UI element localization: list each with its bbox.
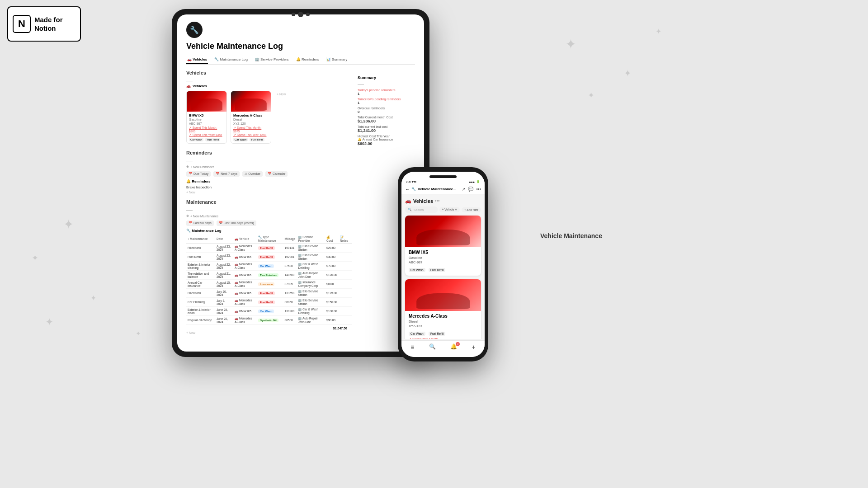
phone-bmw-tag-carwash: Car Wash [409, 268, 425, 272]
camera-dot-1 [292, 13, 295, 16]
row-vehicle: 🚗 BMW iX5 [233, 307, 257, 316]
phone-nav-bar: ← 🔧 Vehicle Maintenance... ↗ 💬 ••• [401, 184, 485, 194]
vehicle-card-mercedes[interactable]: Mercedes A-Class Diesel XYZ-120 ↗ Spend … [231, 91, 271, 144]
phone-add-filter[interactable]: + Add filter [462, 207, 481, 212]
new-reminder-button[interactable]: ⊕ + New Reminder [186, 165, 214, 169]
phone-nav-add[interactable]: + [472, 343, 476, 351]
row-mileage: 190131 [283, 244, 297, 253]
phone-search-input[interactable]: 🔍 Search [405, 206, 438, 213]
bmw-card-body: BMW iX5 Gasoline ABC-987 ↗ Spend This Mo… [187, 112, 226, 143]
mercedes-spend-year[interactable]: ↗ Spend This Year: $568 [233, 133, 269, 137]
new-vehicle-button[interactable]: + New [275, 91, 288, 144]
row-cost: $100.00 [325, 307, 339, 316]
row-notes [339, 262, 352, 271]
filter-overdue[interactable]: ⚠ Overdue [242, 171, 263, 177]
tab-maintenance-log[interactable]: 🔧 Maintenance Log [213, 56, 249, 64]
summary-divider: —— [358, 83, 410, 86]
phone-mercedes-tag-fuel: Fuel Refill [429, 332, 445, 336]
row-provider: 🏢 Elio Service Station [297, 253, 325, 262]
new-maintenance-button[interactable]: ⊕ + New Maintenance [186, 214, 218, 218]
row-provider: 🏢 Insurance Company Corp [297, 280, 325, 289]
phone-nav-menu[interactable]: ≡ [410, 343, 414, 351]
mercedes-card-body: Mercedes A-Class Diesel XYZ-120 ↗ Spend … [231, 112, 271, 143]
phone-bmw-name: BMW iX5 [409, 250, 477, 255]
row-provider: 🏢 Car & Wash Detailing [297, 262, 325, 271]
phone-vehicle-filter[interactable]: + Vehicle ∨ [439, 207, 460, 212]
tab-vehicles[interactable]: 🚗 Vehicles [186, 56, 208, 64]
phone-bmw-plate: ABC-987 [409, 260, 477, 264]
phone-nav-search[interactable]: 🔍 [429, 343, 436, 351]
row-provider: 🏢 Auto Repair John Doe [297, 271, 325, 280]
filter-calendar[interactable]: 📅 Calendar [265, 171, 288, 177]
page-title: Vehicle Maintenance Log [186, 42, 415, 51]
tab-summary[interactable]: 📊 Summary [326, 56, 348, 64]
vehicles-section-header: Vehicles [186, 70, 352, 75]
phone-share-icon[interactable]: ↗ [462, 187, 465, 192]
row-type: Car Wash [257, 307, 283, 316]
row-type: Synthetic Oil [257, 316, 283, 325]
bmw-spend-year[interactable]: ↗ Spend This Year: $356 [189, 133, 224, 137]
phone-vehicle-card-mercedes[interactable]: Mercedes A-Class Diesel XYZ-123 Car Wash… [405, 279, 481, 339]
phone-nav-title: Vehicle Maintenance... [418, 187, 456, 191]
col-vehicle: 🚗 Vehicle [233, 235, 257, 244]
tab-service-providers[interactable]: 🏢 Service Providers [254, 56, 290, 64]
row-name: Exterior & interior cleaning [186, 262, 215, 271]
phone-mercedes-tag-carwash: Car Wash [409, 332, 425, 336]
filter-180-days[interactable]: 📅 Last 180 days (cards) [217, 221, 256, 226]
phone-mercedes-link[interactable]: ↗ Spend This Month... [409, 338, 477, 339]
mercedes-image [231, 91, 271, 112]
phone-time: 7:37 PM [406, 180, 416, 183]
phone-vehicle-card-bmw[interactable]: BMW iX5 Gasoline ABC-987 Car Wash Fuel R… [405, 216, 481, 276]
tablet-screen: 🔧 Vehicle Maintenance Log 🚗 Vehicles 🔧 M… [177, 14, 424, 352]
phone-more-icon[interactable]: ••• [476, 187, 481, 192]
phone-screen: 7:37 PM ●●● 🔋 ← 🔧 Vehicle Maintenance...… [401, 172, 485, 357]
camera-lens [298, 12, 303, 17]
row-name: Car Cleaning [186, 298, 215, 307]
row-type: Car Wash [257, 262, 283, 271]
filter-next-7[interactable]: 📅 Next 7 days [213, 171, 240, 177]
row-name: Exterior & Interior clean [186, 307, 215, 316]
row-cost: $0.00 [325, 280, 339, 289]
vehicle-card-bmw[interactable]: BMW iX5 Gasoline ABC-987 ↗ Spend This Mo… [186, 91, 227, 144]
bmw-spend-month[interactable]: ↗ Spend This Month: $200 [189, 126, 224, 133]
phone-comment-icon[interactable]: 💬 [468, 187, 473, 192]
phone-back-icon[interactable]: ← [405, 187, 410, 192]
col-cost: 💰 Cost [325, 235, 339, 244]
phone-nav-notifications[interactable]: 🔔 [450, 343, 457, 351]
summary-overdue: Overdue reminders 0 [358, 107, 410, 114]
row-vehicle: 🚗 Mercedes A-Class [233, 316, 257, 325]
main-layout: Vehicles —— 🚗 🚗 Vehicles Vehicles [186, 70, 415, 334]
row-date: July 5, 2024 [215, 298, 233, 307]
phone-vehicles-menu-icon[interactable]: ••• [435, 198, 440, 203]
row-notes [339, 280, 352, 289]
phone-status-bar: 7:37 PM ●●● 🔋 [401, 172, 485, 184]
new-reminder-inline[interactable]: + New [186, 191, 352, 194]
row-vehicle: 🚗 BMW iX5 [233, 271, 257, 280]
new-maintenance-inline[interactable]: + New [186, 331, 352, 334]
vehicle-maintenance-label: Vehicle Maintenance [540, 232, 602, 239]
filter-due-today[interactable]: 📅 Due Today [186, 171, 211, 177]
phone-mercedes-fuel: Diesel [409, 319, 477, 324]
mercedes-spend-month[interactable]: ↗ Spend This Month: $675 [233, 126, 269, 133]
col-provider: 🏢 Service Provider [297, 235, 325, 244]
filter-90-days[interactable]: 📅 Last 90 days [186, 221, 214, 226]
row-cost: $125.00 [325, 289, 339, 298]
tab-reminders[interactable]: 🔔 Reminders [295, 56, 320, 64]
phone-bmw-silhouette [416, 230, 470, 245]
phone-search-placeholder: Search [414, 208, 424, 211]
row-date: August 23, 2024 [215, 253, 233, 262]
summary-today-pending: Today's pending reminders 1 [358, 89, 410, 96]
row-name: Regular oil change [186, 316, 215, 325]
reminder-brake: Brake Inspection [186, 185, 352, 189]
vehicles-section: Vehicles —— 🚗 🚗 Vehicles Vehicles [186, 70, 352, 144]
table-row: Exterior & Interior clean June 28, 2024 … [186, 307, 352, 316]
row-name: Fuel Refill [186, 253, 215, 262]
phone-mercedes-silhouette [416, 293, 470, 309]
row-type: Insurance [257, 280, 283, 289]
made-for-notion-badge: N Made for Notion [7, 6, 81, 42]
row-type: Tire Rotation [257, 271, 283, 280]
table-row: Annual Car Insurance August 15, 2024 🚗 M… [186, 280, 352, 289]
mercedes-name: Mercedes A-Class [233, 113, 269, 117]
maintenance-total: $1,547.50 [186, 327, 352, 330]
phone-mercedes-name: Mercedes A-Class [409, 314, 477, 319]
